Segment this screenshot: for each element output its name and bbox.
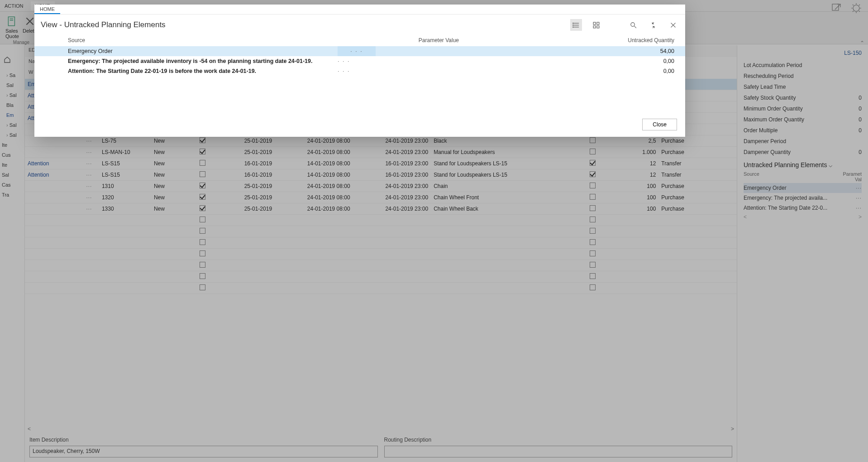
svg-point-11 [572,24,573,25]
svg-line-18 [634,26,636,28]
close-button[interactable]: Close [642,119,677,130]
svg-rect-13 [593,22,596,24]
modal-untracked-planning: HOME View - Untracked Planning Elements … [34,5,685,137]
close-icon[interactable] [667,19,679,31]
row-actions-icon[interactable]: · · · [350,48,362,54]
view-tiles-icon[interactable] [590,19,602,31]
modal-row[interactable]: Emergency Order· · ·54,00 [34,46,685,56]
svg-rect-15 [593,25,596,28]
collapse-icon[interactable] [647,19,659,31]
modal-body: Source Parameter Value Untracked Quantit… [34,34,685,113]
svg-rect-16 [596,25,599,28]
modal-row[interactable]: Attention: The Starting Date 22-01-19 is… [34,66,685,76]
svg-rect-14 [596,22,599,24]
modal-col-param: Parameter Value [306,37,568,43]
modal-title: View - Untracked Planning Elements [41,20,166,29]
row-actions-icon[interactable]: · · · [338,68,350,74]
svg-point-17 [630,22,634,26]
modal-tab-home[interactable]: HOME [34,5,60,14]
modal-header-row: Source Parameter Value Untracked Quantit… [34,34,685,46]
view-list-icon[interactable] [570,19,582,31]
modal-tabs: HOME [34,5,685,14]
modal-col-source: Source [34,37,306,43]
svg-point-10 [572,23,573,23]
svg-point-12 [572,27,573,27]
modal-col-qty: Untracked Quantity [568,37,685,43]
modal-toolbar [570,19,679,31]
row-actions-icon[interactable]: · · · [338,58,350,64]
modal-row[interactable]: Emergency: The projected available inven… [34,56,685,66]
search-icon[interactable] [627,19,639,31]
